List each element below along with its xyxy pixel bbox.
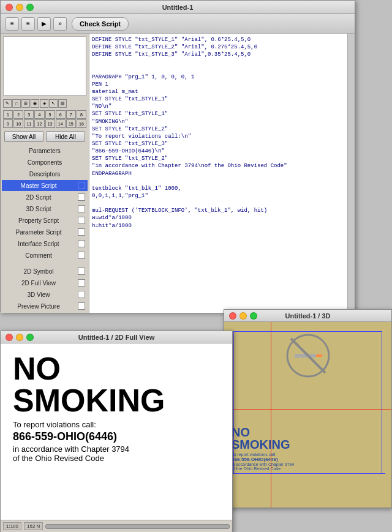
toolbar-btn-1[interactable]: ≡ [6,17,19,31]
num-15[interactable]: 15 [66,119,76,128]
3d-phone: 866-559-OHIO(6446) [232,457,294,462]
num-14[interactable]: 14 [56,119,66,128]
num-13[interactable]: 13 [45,119,55,128]
status-scale: 1:100 [3,522,21,530]
components-item[interactable]: Components [2,157,88,168]
num-11[interactable]: 11 [24,119,34,128]
master-script-checkbox[interactable] [78,182,85,189]
2d-symbol-row[interactable]: 2D Symbol [2,266,88,277]
editor-code[interactable]: DEFINE STYLE "txt_STYLE_1" "Arial", 0.6*… [89,34,355,313]
icon-btn-select[interactable]: ◈ [40,99,48,108]
property-script-row[interactable]: Property Script [2,215,88,226]
2d-title-bar: Untitled-1 / 2D Full View [1,331,232,343]
check-script-button[interactable]: Check Script [72,17,129,31]
parameter-script-row[interactable]: Parameter Script [2,227,88,238]
2d-script-label: 2D Script [2,194,75,201]
num-10[interactable]: 10 [13,119,23,128]
property-script-checkbox[interactable] [78,217,85,224]
editor-panel[interactable]: DEFINE STYLE "txt_STYLE_1" "Arial", 0.6*… [89,34,355,313]
parameters-item[interactable]: Parameters [2,145,88,156]
horizontal-scrollbar[interactable] [45,524,230,529]
num-6[interactable]: 6 [56,110,66,119]
preview-area [3,36,86,96]
3d-maximize-button[interactable] [250,312,257,320]
blue-line-top [233,331,382,332]
comment-row[interactable]: Comment [2,250,88,261]
number-grid: 1 2 3 4 5 6 7 8 9 10 11 12 13 14 15 16 [1,109,89,129]
3d-no-text: NO [232,426,294,438]
show-all-button[interactable]: Show All [4,131,43,142]
3d-script-row[interactable]: 3D Script [2,203,88,214]
num-16[interactable]: 16 [77,119,86,128]
icon-btn-edit[interactable]: ✎ [3,99,12,108]
3d-title-bar: Untitled-1 / 3D [224,310,391,322]
blue-line-v-right [382,331,382,474]
preview-picture-checkbox[interactable] [78,302,85,310]
num-4[interactable]: 4 [34,110,44,119]
2d-script-checkbox[interactable] [78,193,85,201]
3d-window-title: Untitled-1 / 3D [285,312,331,320]
close-button[interactable] [6,4,13,11]
main-toolbar: ≡ ≡ ▶ » Check Script [1,14,355,34]
2d-sign-area: NOSMOKING To report violations call: 866… [1,343,232,520]
parameter-script-checkbox[interactable] [78,228,85,236]
icon-btn-cursor[interactable]: ↖ [49,99,58,108]
main-window: Untitled-1 ≡ ≡ ▶ » Check Script ✎ □ ⊞ ◉ … [0,0,355,312]
main-title-bar: Untitled-1 [1,1,355,14]
icon-btn-move[interactable]: ⊞ [21,99,30,108]
preview-picture-label: Preview Picture [2,303,75,310]
icon-btn-param[interactable]: ▤ [58,99,67,108]
3d-view-row[interactable]: 3D View [2,289,88,300]
2d-symbol-checkbox[interactable] [78,268,85,275]
num-8[interactable]: 8 [77,110,86,119]
descriptors-item[interactable]: Descriptors [2,168,88,179]
num-7[interactable]: 7 [66,110,76,119]
3d-close-button[interactable] [229,312,236,320]
3d-script-label: 3D Script [2,206,75,212]
num-1[interactable]: 1 [3,110,13,119]
icon-btn-zoom[interactable]: ◉ [31,99,39,108]
comment-label: Comment [2,252,75,259]
3d-script-checkbox[interactable] [78,205,85,212]
hide-all-button[interactable]: Hide All [46,131,85,142]
maximize-button[interactable] [26,4,34,11]
toolbar-btn-2[interactable]: ≡ [21,17,35,31]
num-2[interactable]: 2 [13,110,23,119]
vertical-scrollbar[interactable] [347,34,355,313]
toolbar-btn-4[interactable]: » [53,17,67,31]
2d-full-view-checkbox[interactable] [78,279,85,287]
interface-script-label: Interface Script [2,241,75,247]
main-content: ✎ □ ⊞ ◉ ◈ ↖ ▤ 1 2 3 4 5 6 7 8 9 10 11 12 [1,34,355,313]
2d-script-row[interactable]: 2D Script [2,192,88,203]
3d-traffic-lights [229,312,257,320]
num-5[interactable]: 5 [45,110,55,119]
num-12[interactable]: 12 [34,119,44,128]
2d-maximize-button[interactable] [26,334,34,341]
2d-close-button[interactable] [6,334,13,341]
3d-view-label: 3D View [2,291,75,298]
comment-checkbox[interactable] [78,252,85,259]
2d-minimize-button[interactable] [16,334,23,341]
window-3d: Untitled-1 / 3D NO SMOKING To report vio… [224,309,392,508]
crosshair-horizontal [224,409,391,410]
3d-view-checkbox[interactable] [78,291,85,298]
num-3[interactable]: 3 [24,110,34,119]
window-title: Untitled-1 [162,4,194,11]
status-coords: 162 N [24,522,43,530]
interface-script-checkbox[interactable] [78,240,85,247]
2d-full-view-row[interactable]: 2D Full View [2,277,88,288]
3d-minimize-button[interactable] [239,312,247,320]
3d-sign-area: NO SMOKING To report violations call: 86… [224,322,391,508]
2d-no-text: NOSMOKING [13,353,220,416]
master-script-label: Master Script [2,182,75,189]
2d-window-title: Untitled-1 / 2D Full View [78,334,154,341]
interface-script-row[interactable]: Interface Script [2,238,88,249]
preview-picture-row[interactable]: Preview Picture [2,301,88,312]
toolbar-btn-3[interactable]: ▶ [37,17,51,31]
master-script-row[interactable]: Master Script [2,180,88,191]
2d-code: of the Ohio Revised Code [13,454,220,463]
minimize-button[interactable] [16,4,23,11]
icon-btn-check[interactable]: □ [12,99,21,108]
num-9[interactable]: 9 [3,119,13,128]
2d-report-label: To report violations call: [13,420,220,429]
